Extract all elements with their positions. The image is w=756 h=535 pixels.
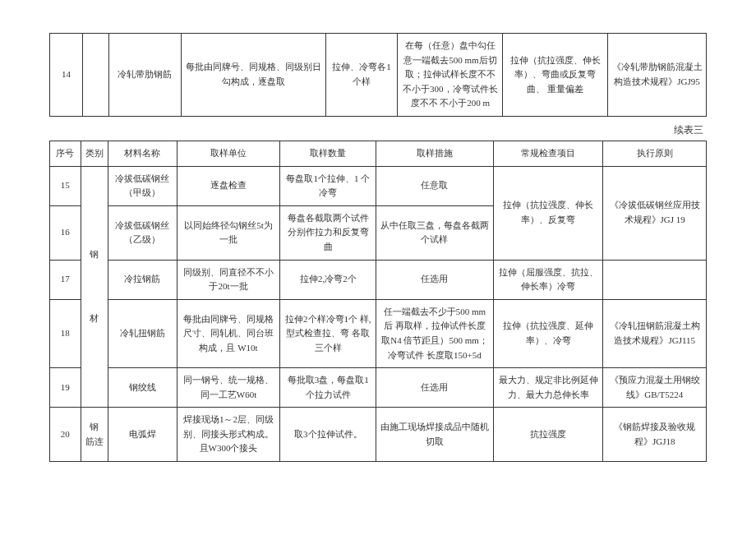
cell-qty: 取3个拉伸试件。 (280, 408, 376, 462)
cell-seq: 14 (50, 34, 83, 117)
cell-check: 抗拉强度 (493, 408, 603, 462)
cell-unit: 焊接现场1～2层、同级 别、同接头形式构成。且W300个接头 (177, 408, 279, 462)
header-name: 材料名称 (108, 141, 177, 166)
table-row: 20 钢 筋连 电弧焊 焊接现场1～2层、同级 别、同接头形式构成。且W300个… (50, 408, 707, 462)
cell-name: 电弧焊 (108, 408, 177, 462)
cell-seq: 19 (50, 368, 81, 408)
table-row: 18 冷轧扭钢筋 每批由同牌号、同规格尺寸、同轧机、同台班构成，且 W10t 拉… (50, 299, 707, 367)
cell-rule: 《钢筋焊接及验收规程》JGJ18 (603, 408, 707, 462)
table-row: 15 钢 材 冷拔低碳钢丝（甲级） 逐盘检查 每盘取1个拉伸、1 个冷弯 任意取… (50, 166, 707, 205)
cell-qty: 每盘各截取两个试件分别作拉力和反复弯曲 (280, 205, 376, 260)
cell-seq: 17 (50, 260, 81, 299)
cell-unit: 同一钢号、统一规格、同一工艺W60t (177, 368, 279, 408)
cell-measure: 任选用 (376, 368, 493, 408)
cell-cat (82, 34, 108, 117)
cell-check: 拉伸（抗拉强度、伸长率）、反复弯 (493, 166, 603, 260)
cat-char-1: 钢 (85, 247, 104, 262)
cell-unit: 每批由同牌号、同规格尺寸、同轧机、同台班构成，且 W10t (177, 299, 279, 367)
cell-measure: 任意取 (376, 166, 493, 205)
cell-qty: 每批取3盘，每盘取1个拉力试件 (280, 368, 376, 408)
cell-name: 冷轧带肋钢筋 (108, 34, 181, 117)
cell-measure: 从中任取三盘，每盘各截两个试样 (376, 205, 493, 260)
cell-name: 冷拔低碳钢丝（甲级） (108, 166, 177, 205)
cell-measure: 由施工现场焊接成品中随机 切取 (376, 408, 493, 462)
cell-rule (603, 260, 707, 299)
cell-rule: 《冷拔低碳钢丝应用技术规程》JGJ 19 (603, 166, 707, 260)
cell-cat-rebar: 钢 筋连 (81, 408, 108, 462)
cell-qty: 拉伸、冷弯各1 个样 (325, 34, 398, 117)
cell-cat-steel: 钢 材 (81, 166, 108, 408)
table-row: 17 冷拉钢筋 同级别、同直径不不小于20t一批 拉伸2,冷弯2个 任选用 拉伸… (50, 260, 707, 299)
cell-unit: 每批由同牌号、同规格、同级别日勾构成，逐盘取 (181, 34, 325, 117)
header-measure: 取样措施 (376, 141, 493, 166)
cell-check: 拉伸（屈服强度、抗拉、 伸长率）冷弯 (493, 260, 603, 299)
table-header-row: 序号 类别 材料名称 取样单位 取样数量 取样措施 常规检查项目 执行原则 (50, 141, 707, 166)
header-qty: 取样数量 (280, 141, 376, 166)
cell-name: 钢绞线 (108, 368, 177, 408)
cell-unit: 同级别、同直径不不小于20t一批 (177, 260, 279, 299)
cell-measure: 在每（任意）盘中勾任意一端截去500 mm后切取；拉伸试样长度不不不小于300，… (398, 34, 503, 117)
cell-seq: 16 (50, 205, 81, 260)
cell-name: 冷轧扭钢筋 (108, 299, 177, 367)
cell-seq: 18 (50, 299, 81, 367)
cell-name: 冷拔低碳钢丝（乙级） (108, 205, 177, 260)
cell-qty: 每盘取1个拉伸、1 个冷弯 (280, 166, 376, 205)
cell-unit: 逐盘检查 (177, 166, 279, 205)
cell-seq: 15 (50, 166, 81, 205)
cell-check: 最大力、规定非比例延伸力、最大力总伸长率 (493, 368, 603, 408)
header-cat: 类别 (81, 141, 108, 166)
cat-char-2: 材 (85, 311, 104, 326)
cell-qty: 拉伸2,冷弯2个 (280, 260, 376, 299)
header-check: 常规检查项目 (493, 141, 603, 166)
cell-qty: 拉伸2个样冷弯1个 样,型式检查拉、弯 各取三个样 (280, 299, 376, 367)
cell-rule: 《预应力混凝土用钢绞线》GB/T5224 (603, 368, 707, 408)
table-row: 14 冷轧带肋钢筋 每批由同牌号、同规格、同级别日勾构成，逐盘取 拉伸、冷弯各1… (50, 34, 707, 117)
cell-measure: 任选用 (376, 260, 493, 299)
cell-unit: 以同始终径勾钢丝5t为 一批 (177, 205, 279, 260)
cell-check: 拉伸（抗拉强度、延伸率）、冷弯 (493, 299, 603, 367)
top-table: 14 冷轧带肋钢筋 每批由同牌号、同规格、同级别日勾构成，逐盘取 拉伸、冷弯各1… (49, 33, 707, 117)
cell-rule: 《冷轧扭钢筋混凝土构 造技术规程》JGJ115 (603, 299, 707, 367)
continuation-label: 续表三 (49, 123, 707, 137)
cell-rule: 《冷轧带肋钢筋混凝土构造技术规程》JGJ95 (608, 34, 707, 117)
header-unit: 取样单位 (177, 141, 279, 166)
table-row: 19 钢绞线 同一钢号、统一规格、同一工艺W60t 每批取3盘，每盘取1个拉力试… (50, 368, 707, 408)
cell-check: 拉伸（抗拉强度、伸长 率）、弯曲或反复弯曲、 重量偏差 (503, 34, 608, 117)
header-rule: 执行原则 (603, 141, 707, 166)
main-table: 序号 类别 材料名称 取样单位 取样数量 取样措施 常规检查项目 执行原则 15… (49, 141, 707, 462)
cell-measure: 任一端截去不少于500 mm后 再取样，拉伸试件长度取N4 倍节距且）500 m… (376, 299, 493, 367)
cell-seq: 20 (50, 408, 81, 462)
cell-name: 冷拉钢筋 (108, 260, 177, 299)
header-seq: 序号 (50, 141, 81, 166)
